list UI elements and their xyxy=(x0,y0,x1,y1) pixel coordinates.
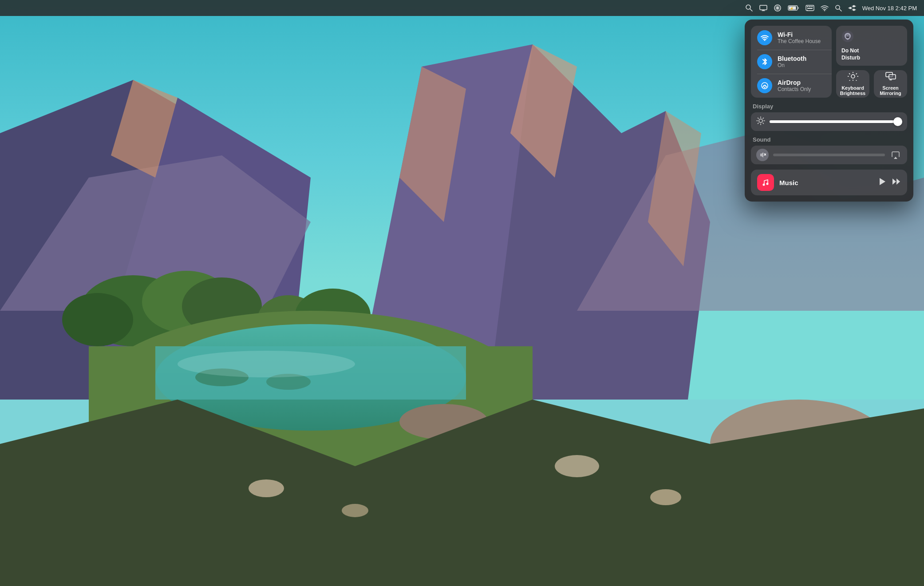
svg-point-13 xyxy=(62,293,133,346)
dnd-label-line1: Do Not xyxy=(841,48,859,55)
wifi-tile-icon xyxy=(757,30,772,45)
screen-icon[interactable] xyxy=(759,5,767,11)
brightness-slider-track[interactable] xyxy=(770,120,902,123)
svg-line-86 xyxy=(856,80,857,81)
svg-line-99 xyxy=(763,123,764,124)
svg-point-43 xyxy=(747,6,749,8)
svg-rect-91 xyxy=(889,75,896,79)
svg-point-35 xyxy=(249,479,284,497)
sound-section-label: Sound xyxy=(753,136,905,143)
keyboard-brightness-label: KeyboardBrightness xyxy=(840,85,865,96)
screen-mirroring-label: ScreenMirroring xyxy=(880,85,901,96)
airdrop-title: AirDrop xyxy=(778,79,811,86)
svg-line-101 xyxy=(758,123,759,124)
svg-rect-63 xyxy=(807,10,808,10)
svg-rect-62 xyxy=(807,8,813,9)
small-tiles-row: KeyboardBrightness ScreenMirroring xyxy=(836,70,907,98)
svg-point-37 xyxy=(555,455,599,477)
svg-point-104 xyxy=(761,178,770,187)
dnd-icon xyxy=(841,30,854,45)
svg-rect-58 xyxy=(807,6,808,7)
svg-line-87 xyxy=(856,74,857,74)
svg-rect-59 xyxy=(809,6,810,7)
svg-line-98 xyxy=(758,118,759,119)
spotlight-icon[interactable] xyxy=(745,4,753,12)
sound-muted-icon xyxy=(756,149,769,161)
svg-line-44 xyxy=(750,9,752,11)
svg-point-106 xyxy=(766,183,769,185)
bluetooth-title: Bluetooth xyxy=(778,55,806,62)
svg-marker-109 xyxy=(896,178,900,185)
music-play-button[interactable] xyxy=(879,178,886,188)
brightness-slider-thumb[interactable] xyxy=(893,117,902,126)
bluetooth-tile-text: Bluetooth On xyxy=(778,55,806,68)
keyboard-input-icon[interactable] xyxy=(806,5,814,11)
sound-slider-track[interactable] xyxy=(773,154,885,156)
airdrop-tile-icon xyxy=(757,78,772,93)
menubar-right: ⚡ xyxy=(745,4,917,12)
svg-point-36 xyxy=(342,504,368,517)
bluetooth-subtitle: On xyxy=(778,62,806,68)
wifi-tile[interactable]: Wi-Fi The Coffee House xyxy=(751,26,832,50)
airdrop-tile[interactable]: AirDrop Contacts Only xyxy=(751,74,832,98)
svg-point-76 xyxy=(764,40,766,41)
wifi-title: Wi-Fi xyxy=(778,31,821,38)
svg-point-89 xyxy=(851,75,855,78)
search-menubar-icon[interactable] xyxy=(835,4,842,12)
wifi-subtitle: The Coffee House xyxy=(778,38,821,44)
control-center-icon[interactable] xyxy=(848,5,856,11)
svg-point-93 xyxy=(759,119,762,123)
music-row: Music xyxy=(751,170,907,195)
display-section-label: Display xyxy=(753,103,905,110)
tiles-top-section: Wi-Fi The Coffee House Bluetooth On xyxy=(751,26,907,98)
bluetooth-tile[interactable]: Bluetooth On xyxy=(751,50,832,74)
svg-rect-45 xyxy=(760,5,767,10)
sound-volume-row[interactable] xyxy=(751,146,907,164)
brightness-icon xyxy=(756,116,765,127)
svg-point-41 xyxy=(178,351,355,377)
airdrop-subtitle: Contacts Only xyxy=(778,86,811,92)
keyboard-brightness-tile[interactable]: KeyboardBrightness xyxy=(836,70,869,98)
keyboard-brightness-icon xyxy=(848,72,858,83)
svg-line-85 xyxy=(849,74,849,74)
svg-marker-107 xyxy=(880,178,885,185)
svg-point-64 xyxy=(824,10,825,11)
svg-line-66 xyxy=(839,9,841,11)
display-brightness-row[interactable] xyxy=(751,112,907,131)
svg-text:⚡: ⚡ xyxy=(790,6,794,11)
airdrop-tile-text: AirDrop Contacts Only xyxy=(778,79,811,92)
svg-line-88 xyxy=(849,80,849,81)
do-not-disturb-tile[interactable]: Do Not Disturb xyxy=(836,26,907,66)
svg-line-100 xyxy=(763,118,764,119)
svg-point-105 xyxy=(763,184,765,186)
music-playback-controls xyxy=(879,178,901,188)
network-tile-group: Wi-Fi The Coffee House Bluetooth On xyxy=(751,26,832,98)
svg-rect-61 xyxy=(812,6,813,7)
svg-rect-60 xyxy=(810,6,812,7)
wifi-tile-text: Wi-Fi The Coffee House xyxy=(778,31,821,44)
screen-mirroring-tile[interactable]: ScreenMirroring xyxy=(874,70,907,98)
radial-icon[interactable] xyxy=(774,4,782,12)
menubar-datetime: Wed Nov 18 2:42 PM xyxy=(862,5,917,12)
screen-mirroring-icon xyxy=(885,72,896,83)
svg-point-38 xyxy=(650,489,681,505)
wifi-menubar-icon[interactable] xyxy=(821,5,829,11)
bluetooth-tile-icon xyxy=(757,54,772,69)
svg-point-78 xyxy=(764,87,766,88)
music-fast-forward-button[interactable] xyxy=(892,178,901,188)
brightness-slider-fill xyxy=(770,120,902,123)
svg-rect-55 xyxy=(798,7,799,9)
airplay-button[interactable] xyxy=(889,149,902,161)
menubar: ⚡ xyxy=(0,0,924,16)
music-app-icon[interactable] xyxy=(757,174,774,191)
dnd-label-line2: Disturb xyxy=(841,55,860,62)
battery-icon[interactable]: ⚡ xyxy=(788,5,799,11)
right-tiles-group: Do Not Disturb xyxy=(836,26,907,98)
svg-marker-108 xyxy=(892,178,896,185)
control-center-panel: Wi-Fi The Coffee House Bluetooth On xyxy=(745,20,913,202)
music-app-label: Music xyxy=(779,179,873,186)
